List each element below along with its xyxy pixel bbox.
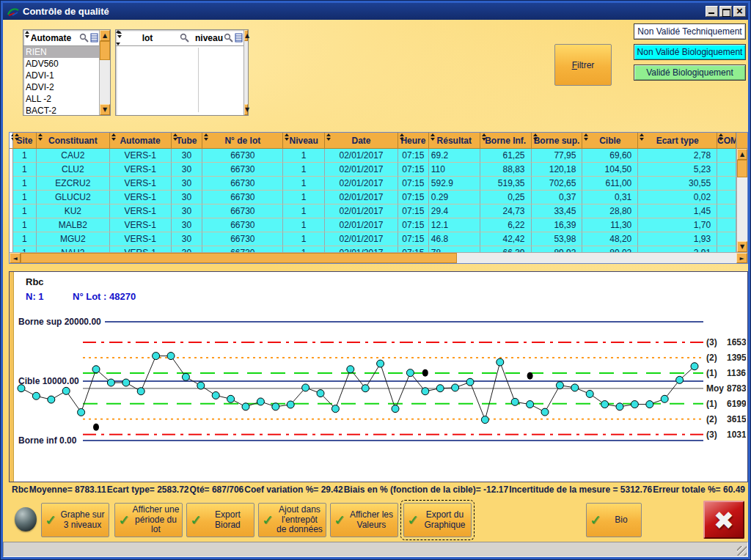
chart-point[interactable]: [646, 401, 653, 408]
chart-point[interactable]: [287, 401, 294, 408]
chart-point[interactable]: [691, 363, 698, 370]
grid-icon[interactable]: [235, 33, 243, 43]
chart-point[interactable]: [631, 401, 638, 408]
search-icon[interactable]: [79, 33, 89, 43]
chart-point[interactable]: [362, 385, 369, 392]
column-header[interactable]: Site: [13, 133, 37, 149]
chart-point[interactable]: [347, 366, 354, 373]
excluded-point[interactable]: [422, 369, 428, 377]
chart-point[interactable]: [182, 373, 189, 380]
chart-point[interactable]: [227, 395, 235, 402]
chart-point[interactable]: [107, 379, 114, 386]
chart-point[interactable]: [92, 366, 100, 373]
chart-point[interactable]: [616, 403, 623, 410]
action-button[interactable]: ✓Export Biorad: [186, 503, 254, 537]
chart-point[interactable]: [661, 395, 668, 402]
chart-point[interactable]: [436, 385, 444, 392]
chart-point[interactable]: [197, 382, 205, 389]
chart-point[interactable]: [406, 369, 414, 377]
column-header[interactable]: COMM: [717, 133, 736, 149]
list-item[interactable]: ALL -2: [23, 93, 99, 105]
column-header[interactable]: Cible: [582, 133, 638, 149]
scroll-up-icon[interactable]: [100, 30, 110, 41]
chart-point[interactable]: [167, 353, 175, 360]
chart-point[interactable]: [212, 391, 219, 399]
action-button[interactable]: ✓Afficher les Valeurs: [330, 503, 398, 537]
chart-point[interactable]: [331, 405, 339, 413]
scrollbar-thumb[interactable]: [21, 253, 457, 263]
automate-list-header[interactable]: Automate: [23, 30, 99, 46]
chart-point[interactable]: [527, 401, 534, 408]
close-button[interactable]: [733, 6, 746, 17]
chart-point[interactable]: [62, 387, 70, 394]
chart-point[interactable]: [242, 403, 249, 410]
list-item[interactable]: ADV560: [23, 58, 99, 70]
chart-point[interactable]: [452, 384, 459, 391]
column-header[interactable]: Tube: [172, 133, 203, 149]
list-item[interactable]: ADVI-2: [23, 81, 99, 93]
chart-point[interactable]: [422, 388, 429, 395]
chart-point[interactable]: [153, 353, 160, 360]
action-button[interactable]: ✓Graphe sur 3 niveaux: [41, 503, 109, 537]
maximize-button[interactable]: [719, 6, 732, 17]
window-titlebar[interactable]: Contrôle de qualité: [3, 3, 748, 20]
scrollbar-thumb[interactable]: [737, 160, 747, 177]
scroll-up-icon[interactable]: [244, 30, 248, 41]
chart-point[interactable]: [137, 388, 144, 395]
scroll-up-icon[interactable]: [737, 149, 747, 160]
excluded-point[interactable]: [527, 372, 533, 380]
legend-button[interactable]: Non Validé Techniquement: [634, 23, 746, 40]
table-row[interactable]: 1KU2VERS-13066730102/01/201707:1529.424,…: [10, 205, 736, 218]
column-header[interactable]: Borne Inf.: [480, 133, 532, 149]
chart-point[interactable]: [272, 403, 279, 410]
table-row[interactable]: 1GLUCU2VERS-13066730102/01/201707:150.29…: [10, 191, 736, 205]
chart-point[interactable]: [466, 378, 474, 386]
table-row[interactable]: 1NAU2VERS-13066730102/01/201707:157866,3…: [10, 246, 736, 252]
chart-point[interactable]: [392, 405, 399, 413]
chart-point[interactable]: [481, 416, 488, 424]
action-button[interactable]: ✓Ajout dans l'entrepôt de données: [258, 503, 326, 537]
list-item[interactable]: BACT-2: [23, 105, 99, 115]
table-row[interactable]: 1CLU2VERS-13066730102/01/201707:1511088,…: [10, 163, 736, 177]
filter-button[interactable]: Filtrer: [554, 44, 612, 86]
chart-point[interactable]: [377, 360, 384, 367]
action-button[interactable]: ✓Export du Graphique: [403, 503, 472, 537]
chart-point[interactable]: [586, 390, 593, 397]
table-row[interactable]: 1MALB2VERS-13066730102/01/201707:1512.16…: [10, 218, 736, 232]
chart-point[interactable]: [511, 398, 519, 405]
chart-point[interactable]: [18, 385, 25, 392]
action-button[interactable]: ✓Bio: [586, 503, 642, 537]
chart-point[interactable]: [676, 376, 684, 383]
minimize-button[interactable]: [706, 6, 718, 17]
chart-point[interactable]: [571, 384, 579, 391]
table-row[interactable]: 1MGU2VERS-13066730102/01/201707:1546.842…: [10, 232, 736, 246]
exit-button[interactable]: [703, 501, 744, 539]
column-header[interactable]: Date: [325, 133, 398, 149]
chart-point[interactable]: [48, 396, 55, 403]
chart-point[interactable]: [302, 384, 309, 391]
legend-button[interactable]: Non Validé Biologiquement: [634, 44, 746, 60]
chart-point[interactable]: [601, 401, 609, 408]
column-header[interactable]: Heure: [398, 133, 429, 149]
excluded-point[interactable]: [93, 424, 99, 431]
table-row[interactable]: 1CAU2VERS-13066730102/01/201707:1569.261…: [10, 149, 736, 163]
chart-point[interactable]: [497, 358, 504, 366]
chart-point[interactable]: [317, 390, 324, 397]
scrollbar-thumb[interactable]: [100, 41, 110, 60]
column-header[interactable]: Ecart type: [638, 133, 717, 149]
action-button[interactable]: ✓Afficher une période du lot: [114, 503, 183, 537]
lot-niveau-header[interactable]: lot niveau: [116, 30, 243, 46]
column-header[interactable]: Constituant: [37, 133, 110, 149]
scroll-down-icon[interactable]: [100, 104, 110, 115]
grid-icon[interactable]: [90, 33, 98, 43]
chart-point[interactable]: [257, 398, 264, 405]
scroll-down-icon[interactable]: [244, 104, 248, 115]
column-header[interactable]: Niveau: [283, 133, 325, 149]
legend-button[interactable]: Validé Biologiquement: [634, 65, 746, 81]
column-header[interactable]: N° de lot: [202, 133, 283, 149]
chart-point[interactable]: [78, 408, 85, 416]
column-header[interactable]: Borne sup.: [532, 133, 583, 149]
chart-point[interactable]: [541, 408, 549, 416]
scroll-left-icon[interactable]: [10, 253, 21, 263]
scroll-right-icon[interactable]: [736, 253, 747, 263]
